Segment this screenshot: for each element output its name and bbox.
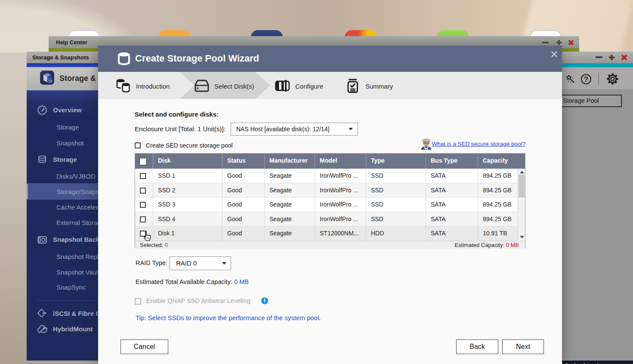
svg-text:?: ?	[584, 76, 588, 83]
svg-text:To: To	[48, 79, 52, 83]
